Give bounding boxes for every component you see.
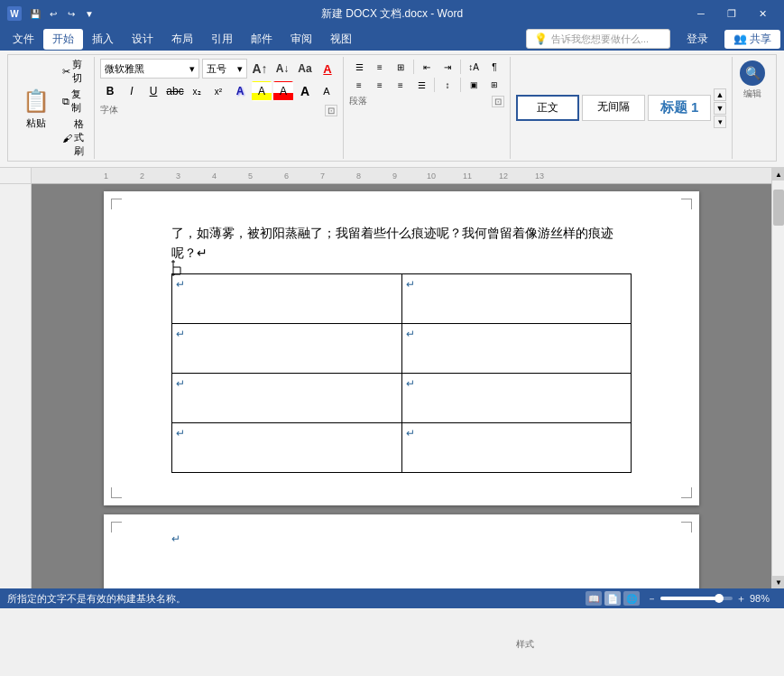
paste-button[interactable]: 📋 粘贴 (15, 82, 57, 134)
style-heading1[interactable]: 标题 1 (648, 95, 711, 121)
divider3 (434, 78, 435, 92)
font-dialog-launcher[interactable]: ⊡ (325, 105, 337, 116)
table-cell[interactable]: ↵ (172, 422, 402, 472)
paragraph-mark: ↵ (406, 328, 415, 340)
search-button[interactable]: 🔍 (740, 60, 765, 86)
scroll-track[interactable] (772, 181, 784, 576)
multilevel-list-button[interactable]: ⊞ (391, 59, 410, 75)
borders-button[interactable]: ⊞ (484, 77, 504, 93)
italic-button[interactable]: I (122, 81, 142, 101)
cut-button[interactable]: ✂ 剪切 (59, 57, 90, 86)
styles-cards: 正文 无间隔 标题 1 (516, 95, 711, 121)
line-spacing-button[interactable]: ↕ (438, 77, 457, 93)
menu-home[interactable]: 开始 (43, 29, 83, 50)
menu-layout[interactable]: 布局 (162, 29, 202, 50)
login-button[interactable]: 登录 (678, 30, 717, 49)
underline-button[interactable]: U (143, 81, 163, 101)
menu-file[interactable]: 文件 (4, 29, 43, 50)
scroll-down-button[interactable]: ▼ (772, 576, 784, 588)
zoom-slider[interactable]: － ＋ 98% (647, 592, 777, 606)
increase-indent-button[interactable]: ⇥ (438, 59, 457, 75)
font-name-selector[interactable]: 微软雅黑 ▾ (100, 59, 199, 79)
font-size-shrink-small-button[interactable]: A (317, 81, 337, 101)
clear-format-button[interactable]: A (318, 59, 337, 79)
format-painter-button[interactable]: 🖌 格式刷 (59, 116, 90, 159)
font-row2: B I U abc x₂ x² A A A A A (100, 81, 337, 101)
numbering-button[interactable]: ≡ (370, 59, 390, 75)
styles-scroll-up-button[interactable]: ▲ (714, 88, 726, 101)
styles-more-button[interactable]: ▾ (714, 116, 726, 128)
font-size-selector[interactable]: 五号 ▾ (202, 59, 247, 79)
font-color-button[interactable]: A (273, 81, 293, 101)
decrease-indent-button[interactable]: ⇤ (417, 59, 437, 75)
undo-button[interactable]: ↩ (45, 5, 61, 22)
shading-button[interactable]: ▣ (464, 77, 484, 93)
style-no-spacing[interactable]: 无间隔 (582, 95, 645, 121)
print-layout-button[interactable]: 📄 (604, 591, 621, 606)
minimize-button[interactable]: ─ (687, 5, 715, 23)
menu-references[interactable]: 引用 (202, 29, 242, 50)
styles-group: 正文 无间隔 标题 1 ▲ ▼ ▾ 样式 (511, 57, 733, 159)
table-cell[interactable]: ↵ (172, 373, 402, 422)
table-cell[interactable]: ↵ (172, 323, 402, 373)
web-view-button[interactable]: 🌐 (623, 591, 640, 606)
redo-button[interactable]: ↪ (63, 5, 79, 22)
menu-design[interactable]: 设计 (123, 29, 162, 50)
strikethrough-button[interactable]: abc (165, 81, 185, 101)
table-cell[interactable]: ↵ (172, 273, 402, 323)
page-2[interactable]: ↵ (104, 514, 699, 588)
save-button[interactable]: 💾 (27, 5, 43, 22)
subscript-button[interactable]: x₂ (187, 81, 207, 101)
font-group-label: 字体 ⊡ (100, 104, 337, 116)
document-table[interactable]: ↵ ↵ ↵ ↵ ↵ ↵ ↵ ↵ (171, 273, 632, 473)
paragraph-dialog-launcher[interactable]: ⊡ (492, 96, 504, 107)
share-button[interactable]: 👥 共享 (724, 30, 780, 49)
change-case-button[interactable]: Aa (295, 59, 315, 79)
page-1[interactable]: 了，如薄雾，被初阳蒸融了；我留着些什么痕迹呢？我何曾留着像游丝样的痕迹呢？↵ ↵… (104, 191, 699, 505)
align-center-button[interactable]: ≡ (370, 77, 390, 93)
superscript-button[interactable]: x² (208, 81, 228, 101)
styles-scroll-down-button[interactable]: ▼ (714, 102, 726, 115)
scroll-up-button[interactable]: ▲ (772, 168, 784, 181)
zoom-in-button[interactable]: ＋ (736, 592, 746, 606)
menu-review[interactable]: 审阅 (281, 29, 321, 50)
table-cell[interactable]: ↵ (401, 273, 632, 323)
menu-view[interactable]: 视图 (321, 29, 361, 50)
styles-group-label: 样式 (516, 638, 534, 651)
highlight-color-button[interactable]: A (252, 81, 272, 101)
zoom-out-button[interactable]: － (647, 592, 657, 606)
paragraph-row2: ≡ ≡ ≡ ☰ ↕ ▣ ⊞ (349, 77, 504, 93)
style-normal[interactable]: 正文 (516, 95, 579, 121)
zoom-level[interactable]: 98% (750, 593, 777, 604)
tell-placeholder: 告诉我您想要做什么... (551, 32, 649, 46)
align-left-button[interactable]: ≡ (349, 77, 369, 93)
copy-button[interactable]: ⧉ 复制 (59, 87, 90, 116)
close-button[interactable]: ✕ (748, 5, 777, 23)
table-cell[interactable]: ↵ (401, 323, 632, 373)
read-view-button[interactable]: 📖 (586, 591, 602, 606)
bullets-button[interactable]: ☰ (349, 59, 369, 75)
restore-button[interactable]: ❐ (717, 5, 746, 23)
text-effect-button[interactable]: A (230, 81, 250, 101)
font-size-grow-small-button[interactable]: A (295, 81, 315, 101)
justify-button[interactable]: ☰ (411, 77, 431, 93)
sort-button[interactable]: ↕A (464, 59, 484, 75)
table-row: ↵ ↵ (172, 273, 632, 323)
menu-insert[interactable]: 插入 (83, 29, 123, 50)
vertical-scrollbar[interactable]: ▲ ▼ (771, 168, 784, 588)
table-cell[interactable]: ↵ (401, 373, 632, 422)
customize-qat-button[interactable]: ▼ (81, 5, 97, 22)
paragraph-mark: ↵ (406, 278, 415, 291)
bold-button[interactable]: B (100, 81, 120, 101)
shrink-font-button[interactable]: A↓ (272, 59, 292, 79)
table-cell[interactable]: ↵ (401, 422, 632, 472)
clipboard-small-buttons: ✂ 剪切 ⧉ 复制 🖌 格式刷 (59, 57, 90, 159)
zoom-thumb[interactable] (715, 594, 724, 603)
align-right-button[interactable]: ≡ (391, 77, 410, 93)
show-marks-button[interactable]: ¶ (484, 59, 504, 75)
document-canvas[interactable]: 1 2 3 4 5 6 7 8 9 10 11 12 13 (32, 168, 771, 588)
menu-mailings[interactable]: 邮件 (242, 29, 281, 50)
tell-input[interactable]: 💡 告诉我您想要做什么... (526, 29, 670, 49)
grow-font-button[interactable]: A↑ (250, 59, 270, 79)
scroll-thumb[interactable] (773, 190, 784, 226)
